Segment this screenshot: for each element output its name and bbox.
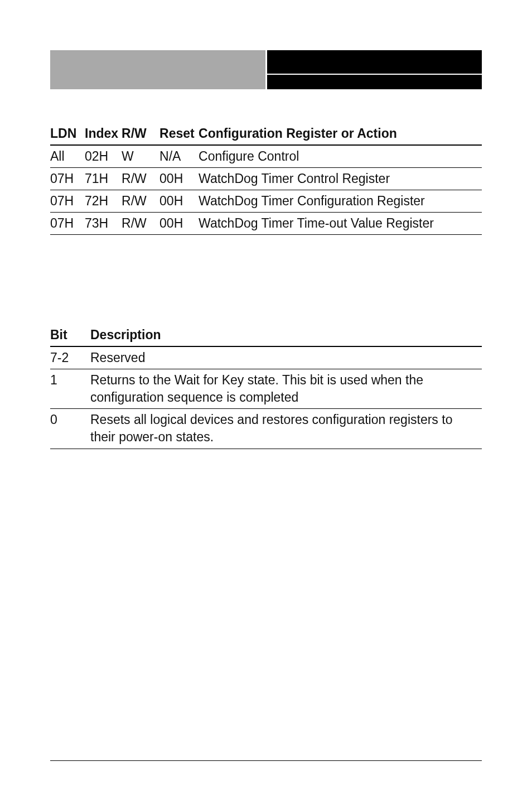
header-reset: Reset	[159, 123, 199, 145]
cell-reset: 00H	[159, 168, 199, 190]
cell-reset: N/A	[159, 145, 199, 168]
cell-description: Reserved	[90, 346, 482, 369]
header-ldn: LDN	[50, 123, 85, 145]
cell-bit: 0	[50, 409, 90, 449]
header-banner-left	[50, 50, 267, 89]
table-row: 07H 71H R/W 00H WatchDog Timer Control R…	[50, 168, 482, 190]
cell-ldn: All	[50, 145, 85, 168]
header-bit: Bit	[50, 324, 90, 346]
table-row: 0 Resets all logical devices and restore…	[50, 409, 482, 449]
cell-index: 73H	[85, 213, 122, 235]
header-banner-right	[267, 50, 482, 89]
bit-description-table: Bit Description 7-2 Reserved 1 Returns t…	[50, 324, 482, 449]
table-row: All 02H W N/A Configure Control	[50, 145, 482, 168]
cell-reset: 00H	[159, 190, 199, 213]
cell-bit: 1	[50, 369, 90, 409]
table-row: 07H 72H R/W 00H WatchDog Timer Configura…	[50, 190, 482, 213]
table-row: 7-2 Reserved	[50, 346, 482, 369]
register-table-header-row: LDN Index R/W Reset Configuration Regist…	[50, 123, 482, 145]
cell-config: WatchDog Timer Time-out Value Register	[199, 213, 482, 235]
cell-rw: W	[122, 145, 159, 168]
cell-index: 72H	[85, 190, 122, 213]
cell-ldn: 07H	[50, 190, 85, 213]
header-config: Configuration Register or Action	[199, 123, 482, 145]
header-rw: R/W	[122, 123, 159, 145]
cell-index: 71H	[85, 168, 122, 190]
cell-description: Returns to the Wait for Key state. This …	[90, 369, 482, 409]
cell-config: WatchDog Timer Control Register	[199, 168, 482, 190]
cell-rw: R/W	[122, 190, 159, 213]
cell-reset: 00H	[159, 213, 199, 235]
cell-description: Resets all logical devices and restores …	[90, 409, 482, 449]
cell-ldn: 07H	[50, 168, 85, 190]
header-index: Index	[85, 123, 122, 145]
register-table: LDN Index R/W Reset Configuration Regist…	[50, 123, 482, 235]
cell-config: Configure Control	[199, 145, 482, 168]
cell-config: WatchDog Timer Configuration Register	[199, 190, 482, 213]
cell-rw: R/W	[122, 168, 159, 190]
cell-bit: 7-2	[50, 346, 90, 369]
cell-index: 02H	[85, 145, 122, 168]
header-banner	[50, 50, 482, 89]
document-page: LDN Index R/W Reset Configuration Regist…	[0, 0, 532, 800]
table-row: 1 Returns to the Wait for Key state. Thi…	[50, 369, 482, 409]
cell-rw: R/W	[122, 213, 159, 235]
table-row: 07H 73H R/W 00H WatchDog Timer Time-out …	[50, 213, 482, 235]
footer-rule	[50, 760, 482, 761]
bit-table-header-row: Bit Description	[50, 324, 482, 346]
cell-ldn: 07H	[50, 213, 85, 235]
header-description: Description	[90, 324, 482, 346]
